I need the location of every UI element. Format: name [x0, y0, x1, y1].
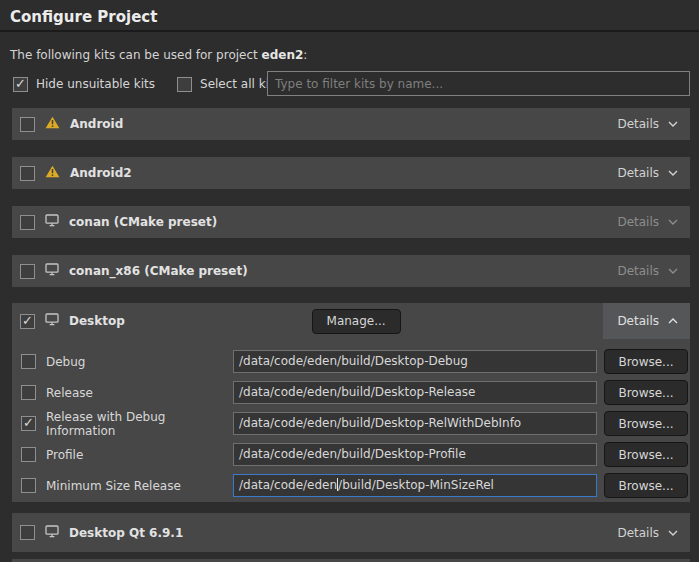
- intro-before: The following kits can be used for proje…: [10, 48, 262, 62]
- kit-name: Desktop Qt 6.9.1: [69, 526, 183, 540]
- monitor-icon: [45, 313, 59, 329]
- build-config-row-minsizerel: Minimum Size Release /data/code/eden/bui…: [12, 473, 690, 498]
- details-button[interactable]: Details: [603, 255, 690, 287]
- kit-row-desktop-expanded: Desktop Manage... Details Debug /data/co…: [12, 303, 690, 502]
- chevron-down-icon: [667, 218, 679, 226]
- kit-name: conan (CMake preset): [69, 215, 217, 229]
- config-label: Release: [46, 386, 93, 400]
- kit-header: Desktop Manage... Details: [12, 303, 690, 339]
- warning-icon: [45, 165, 60, 181]
- browse-button[interactable]: Browse...: [604, 411, 688, 436]
- chevron-down-icon: [667, 267, 679, 275]
- warning-icon: [45, 116, 60, 132]
- kit-name: conan_x86 (CMake preset): [69, 264, 248, 278]
- build-dir-input[interactable]: /data/code/eden/build/Desktop-Release: [233, 381, 597, 404]
- page-title: Configure Project: [10, 8, 157, 26]
- build-dir-input[interactable]: /data/code/eden/build/Desktop-RelWithDeb…: [233, 412, 597, 435]
- kit-row-conan-x86: conan_x86 (CMake preset) Details: [12, 255, 690, 287]
- config-label: Debug: [46, 355, 85, 369]
- details-button[interactable]: Details: [603, 157, 690, 189]
- kit-name: Desktop: [69, 314, 125, 328]
- build-config-row-debug: Debug /data/code/eden/build/Desktop-Debu…: [12, 349, 690, 374]
- config-checkbox[interactable]: [21, 447, 36, 462]
- config-checkbox[interactable]: [21, 354, 36, 369]
- kit-row-desktop-qt: Desktop Qt 6.9.1 Details: [12, 513, 690, 552]
- intro-after: :: [303, 48, 307, 62]
- configure-project-dialog: Configure Project The following kits can…: [0, 0, 699, 562]
- kit-checkbox[interactable]: [20, 215, 35, 230]
- kit-row-conan: conan (CMake preset) Details: [12, 206, 690, 238]
- manage-kits-button[interactable]: Manage...: [312, 309, 401, 334]
- browse-button[interactable]: Browse...: [604, 380, 688, 405]
- details-label: Details: [617, 117, 659, 131]
- details-label: Details: [617, 166, 659, 180]
- kit-name: Android: [70, 117, 123, 131]
- chevron-down-icon: [667, 529, 679, 537]
- project-name: eden2: [262, 48, 304, 62]
- path-after-caret: /build/Desktop-MinSizeRel: [338, 478, 494, 492]
- select-all-kits-checkbox-group[interactable]: Select all kits: [177, 77, 280, 92]
- kit-row-android: Android Details: [12, 108, 690, 140]
- details-label: Details: [617, 215, 659, 229]
- build-config-row-release: Release /data/code/eden/build/Desktop-Re…: [12, 380, 690, 405]
- config-label: Release with Debug Information: [46, 410, 233, 438]
- config-left: Minimum Size Release: [21, 478, 233, 493]
- path-before-caret: /data/code/eden: [239, 478, 337, 492]
- monitor-icon: [45, 525, 59, 541]
- details-label: Details: [617, 314, 659, 328]
- monitor-icon: [45, 263, 59, 279]
- details-label: Details: [617, 526, 659, 540]
- details-button[interactable]: Details: [603, 206, 690, 238]
- kit-checkbox[interactable]: [20, 166, 35, 181]
- kit-name: Android2: [70, 166, 132, 180]
- title-divider: [0, 30, 699, 32]
- kit-filter-input[interactable]: [267, 71, 690, 96]
- config-label: Minimum Size Release: [46, 479, 181, 493]
- hide-unsuitable-checkbox[interactable]: [13, 77, 28, 92]
- details-label: Details: [617, 264, 659, 278]
- config-checkbox[interactable]: [21, 478, 36, 493]
- browse-button[interactable]: Browse...: [604, 349, 688, 374]
- build-config-row-profile: Profile /data/code/eden/build/Desktop-Pr…: [12, 442, 690, 467]
- config-label: Profile: [46, 448, 83, 462]
- browse-button[interactable]: Browse...: [604, 473, 688, 498]
- config-left: Profile: [21, 447, 233, 462]
- chevron-down-icon: [667, 169, 679, 177]
- chevron-down-icon: [667, 120, 679, 128]
- config-checkbox[interactable]: [21, 416, 36, 431]
- kit-checkbox[interactable]: [20, 314, 35, 329]
- kit-filter-controls: Hide unsuitable kits Select all kits: [13, 74, 302, 94]
- chevron-up-icon: [667, 317, 679, 325]
- hide-unsuitable-label: Hide unsuitable kits: [36, 77, 155, 91]
- build-dir-input-focused[interactable]: /data/code/eden/build/Desktop-MinSizeRel: [233, 474, 597, 497]
- config-checkbox[interactable]: [21, 385, 36, 400]
- kit-checkbox[interactable]: [20, 264, 35, 279]
- config-left: Debug: [21, 354, 233, 369]
- kit-checkbox[interactable]: [20, 525, 35, 540]
- config-left: Release with Debug Information: [21, 410, 233, 438]
- details-button[interactable]: Details: [603, 108, 690, 140]
- details-button[interactable]: Details: [603, 513, 690, 552]
- details-button[interactable]: Details: [603, 303, 690, 339]
- select-all-checkbox[interactable]: [177, 77, 192, 92]
- monitor-icon: [45, 214, 59, 230]
- browse-button[interactable]: Browse...: [604, 442, 688, 467]
- kit-checkbox[interactable]: [20, 117, 35, 132]
- kit-row-android2: Android2 Details: [12, 157, 690, 189]
- build-dir-input[interactable]: /data/code/eden/build/Desktop-Profile: [233, 443, 597, 466]
- build-config-row-relwithdebinfo: Release with Debug Information /data/cod…: [12, 411, 690, 436]
- build-dir-input[interactable]: /data/code/eden/build/Desktop-Debug: [233, 350, 597, 373]
- hide-unsuitable-kits-checkbox-group[interactable]: Hide unsuitable kits: [13, 77, 155, 92]
- intro-text: The following kits can be used for proje…: [10, 48, 307, 62]
- config-left: Release: [21, 385, 233, 400]
